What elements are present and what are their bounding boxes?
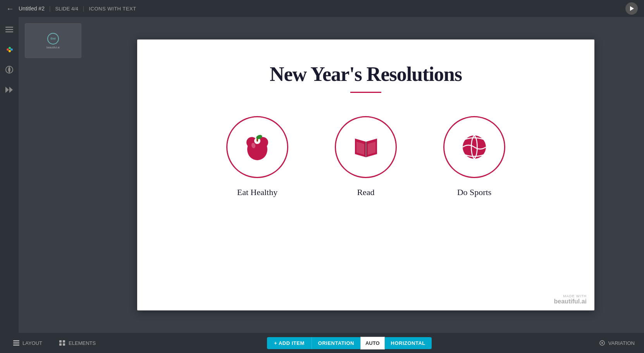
watermark: MADE WITH beautiful.ai	[554, 294, 587, 305]
slide-title: New Year's Resolutions	[270, 63, 462, 86]
back-button[interactable]: ←	[6, 4, 14, 13]
book-icon	[350, 131, 382, 164]
title-underline	[350, 92, 381, 93]
layout-label: LAYOUT	[22, 340, 42, 346]
variation-icon	[599, 340, 605, 346]
slide-name: ICONS WITH TEXT	[89, 6, 136, 12]
slide-thumbnail[interactable]: End beautiful.ai	[25, 23, 81, 58]
menu-icon[interactable]	[3, 23, 15, 36]
horizontal-button[interactable]: HORIZONTAL	[385, 337, 432, 349]
do-sports-label: Do Sports	[457, 187, 492, 197]
thumb-watermark: beautiful.ai	[46, 46, 60, 49]
palette-icon[interactable]	[3, 43, 15, 56]
svg-marker-9	[5, 87, 9, 93]
svg-rect-23	[59, 340, 62, 343]
svg-rect-3	[5, 31, 13, 33]
toolbar-right[interactable]: VARIATION	[599, 340, 635, 346]
svg-point-4	[7, 48, 9, 51]
end-label: End	[50, 37, 55, 40]
elements-button[interactable]: ELEMENTS	[55, 338, 100, 348]
svg-point-28	[601, 342, 603, 344]
orientation-label: ORIENTATION	[318, 340, 354, 346]
topbar-divider: |	[49, 5, 51, 12]
apple-icon	[241, 131, 274, 164]
svg-point-5	[9, 47, 11, 49]
eat-healthy-circle	[226, 116, 288, 178]
toolbar-center: + ADD ITEM ORIENTATION AUTO HORIZONTAL	[267, 337, 432, 350]
icon-item-read: Read	[335, 116, 397, 197]
basketball-icon	[458, 131, 491, 164]
theme-icon[interactable]	[3, 63, 15, 76]
slide-panel: End beautiful.ai	[19, 17, 88, 333]
svg-point-6	[10, 48, 13, 51]
variation-label: VARIATION	[608, 340, 635, 346]
svg-rect-26	[63, 343, 65, 346]
topbar-divider2: |	[83, 5, 84, 12]
read-circle	[335, 116, 397, 178]
elements-label: ELEMENTS	[69, 340, 96, 346]
canvas-area: New Year's Resolutions	[88, 17, 644, 333]
main-area: End beautiful.ai New Year's Resolutions	[0, 17, 644, 333]
icons-row: Eat Healthy	[226, 116, 505, 197]
bottom-toolbar: LAYOUT ELEMENTS + ADD ITEM ORIENTATION A…	[0, 333, 644, 353]
svg-rect-20	[13, 340, 19, 341]
toolbar-left: LAYOUT ELEMENTS	[9, 338, 100, 348]
svg-rect-22	[13, 344, 19, 346]
svg-rect-2	[5, 29, 13, 30]
layout-button[interactable]: LAYOUT	[9, 338, 46, 348]
watermark-made-with: MADE WITH	[554, 294, 587, 298]
play-button[interactable]	[625, 2, 638, 15]
read-label: Read	[357, 187, 374, 197]
add-item-button[interactable]: + ADD ITEM	[267, 337, 312, 349]
slide-canvas[interactable]: New Year's Resolutions	[137, 39, 594, 310]
horizontal-label: HORIZONTAL	[391, 340, 425, 346]
topbar-left: ← Untitled #2 | SLIDE 4/4 | ICONS WITH T…	[6, 4, 136, 13]
auto-button[interactable]: AUTO	[360, 337, 385, 350]
eat-healthy-label: Eat Healthy	[237, 187, 277, 197]
svg-rect-21	[13, 343, 19, 344]
forward-icon[interactable]	[3, 84, 15, 96]
svg-rect-1	[5, 27, 13, 28]
end-circle: End	[47, 33, 59, 45]
svg-marker-10	[9, 87, 13, 93]
orientation-button[interactable]: ORIENTATION	[312, 337, 360, 349]
watermark-brand: beautiful.ai	[554, 298, 587, 305]
svg-marker-0	[630, 6, 634, 11]
sidebar	[0, 17, 19, 333]
presentation-title: Untitled #2	[19, 5, 45, 12]
slide-info: SLIDE 4/4	[55, 6, 78, 12]
svg-rect-25	[59, 343, 62, 346]
topbar: ← Untitled #2 | SLIDE 4/4 | ICONS WITH T…	[0, 0, 644, 17]
add-item-label: + ADD ITEM	[274, 340, 305, 346]
do-sports-circle	[443, 116, 505, 178]
icon-item-do-sports: Do Sports	[443, 116, 505, 197]
svg-rect-24	[63, 340, 65, 343]
icon-item-eat-healthy: Eat Healthy	[226, 116, 288, 197]
svg-point-7	[9, 50, 11, 52]
topbar-right	[625, 2, 638, 15]
auto-label: AUTO	[365, 340, 380, 346]
